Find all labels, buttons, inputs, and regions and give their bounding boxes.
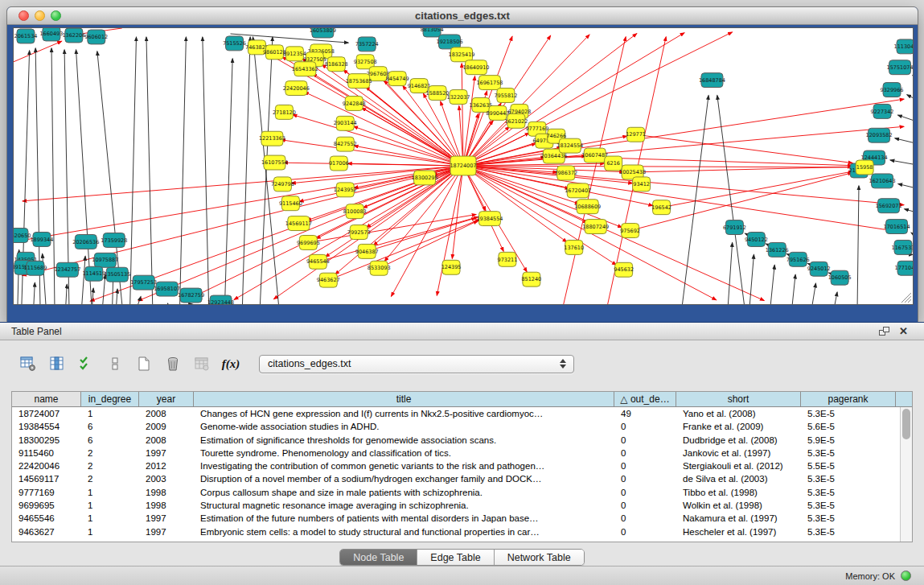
graph-node[interactable]: 18640910: [462, 60, 489, 75]
graph-node[interactable]: 16107554: [261, 155, 288, 170]
table-cell[interactable]: Estimation of significance thresholds fo…: [194, 434, 614, 447]
table-cell[interactable]: 18724007: [12, 407, 81, 420]
table-cell[interactable]: 0: [614, 512, 676, 525]
graph-node[interactable]: 13505135: [104, 267, 130, 282]
table-cell[interactable]: 9115460: [12, 447, 81, 459]
graph-node[interactable]: 7955812: [494, 89, 517, 103]
graph-node[interactable]: 137610: [564, 240, 584, 254]
graph-node[interactable]: 18325419: [449, 47, 475, 62]
graph-node[interactable]: 1115689: [24, 261, 47, 275]
table-cell[interactable]: 0: [614, 499, 676, 512]
graph-node[interactable]: 16720407: [565, 183, 591, 198]
graph-node[interactable]: 8533093: [368, 261, 391, 275]
canvas-resize-grip[interactable]: [901, 293, 911, 303]
graph-node[interactable]: 2620650: [13, 229, 31, 243]
table-cell[interactable]: Genome-wide association studies in ADHD.: [194, 420, 614, 433]
table-row[interactable]: 1456911722003Disruption of a novel membe…: [12, 472, 912, 485]
graph-node[interactable]: 12213363: [259, 131, 285, 146]
table-cell[interactable]: Tourette syndrome. Phenomenology and cla…: [194, 447, 614, 459]
table-row[interactable]: 977716911998Corpus callosum shape and si…: [12, 486, 912, 499]
table-cell[interactable]: Hescheler et al. (1997): [676, 525, 801, 538]
graph-node[interactable]: 15692071: [876, 199, 902, 213]
graph-node[interactable]: 20206536: [72, 235, 99, 249]
close-window-button[interactable]: [18, 10, 29, 21]
graph-node[interactable]: 9046387: [355, 244, 379, 258]
table-cell[interactable]: 1: [81, 499, 139, 512]
table-cell[interactable]: 1: [81, 525, 139, 538]
graph-node[interactable]: 9245012: [807, 262, 831, 276]
float-panel-icon[interactable]: [879, 327, 889, 336]
table-row[interactable]: 969969511998Structural magnetic resonanc…: [12, 499, 912, 512]
table-cell[interactable]: 1: [81, 486, 139, 499]
table-cell[interactable]: 1997: [139, 447, 194, 459]
table-cell[interactable]: 5.3E-5: [801, 407, 896, 420]
table-settings-button[interactable]: [16, 353, 40, 374]
graph-node[interactable]: 16543362: [292, 62, 318, 76]
graph-node[interactable]: 16210643: [869, 174, 896, 188]
graph-node[interactable]: 18724007: [450, 156, 476, 175]
table-row[interactable]: 911546021997Tourette syndrome. Phenomeno…: [12, 447, 912, 459]
tab-edge-table[interactable]: Edge Table: [417, 550, 494, 565]
graph-node[interactable]: 2718120: [273, 105, 296, 119]
table-row[interactable]: 1872400712008Changes of HCN gene express…: [12, 407, 912, 420]
graph-node[interactable]: 1114519: [82, 266, 105, 281]
graph-node[interactable]: 12093582: [866, 128, 893, 142]
table-cell[interactable]: Corpus callosum shape and size in male p…: [194, 486, 614, 499]
table-cell[interactable]: Disruption of a novel member of a sodium…: [194, 472, 614, 485]
table-cell[interactable]: Jankovic et al. (1997): [676, 447, 801, 459]
graph-node[interactable]: 2061534: [14, 29, 38, 43]
table-cell[interactable]: 2003: [139, 472, 194, 485]
table-cell[interactable]: 5.3E-5: [801, 525, 896, 538]
select-column-button[interactable]: [45, 353, 69, 374]
table-cell[interactable]: de Silva et al. (2003): [676, 472, 801, 485]
table-cell[interactable]: 0: [614, 472, 676, 485]
graph-node[interactable]: 17359928: [101, 233, 127, 248]
graph-node[interactable]: 15958: [856, 160, 873, 175]
table-scrollbar-thumb[interactable]: [902, 409, 910, 439]
graph-node[interactable]: 1588520: [426, 86, 450, 101]
table-cell[interactable]: 1998: [139, 486, 194, 499]
graph-node[interactable]: 8186328: [325, 57, 348, 72]
graph-node[interactable]: 19384554: [476, 212, 503, 226]
graph-node[interactable]: 8100083: [343, 204, 367, 219]
graph-node[interactable]: 10975887: [92, 253, 118, 267]
table-cell[interactable]: Structural magnetic resonance image aver…: [194, 499, 614, 512]
table-cell[interactable]: 5.9E-5: [801, 434, 896, 447]
graph-node[interactable]: 1113044: [894, 39, 914, 54]
tab-node-table[interactable]: Node Table: [340, 550, 417, 565]
table-cell[interactable]: 19384554: [12, 420, 81, 433]
graph-node[interactable]: 7951626: [786, 252, 810, 266]
column-header-pagerank[interactable]: pagerank: [801, 392, 896, 406]
graph-node[interactable]: 16961758: [476, 76, 503, 90]
graph-node[interactable]: 7986372: [554, 166, 577, 180]
table-cell[interactable]: 2009: [139, 420, 194, 433]
table-cell[interactable]: 5.3E-5: [801, 512, 896, 525]
table-cell[interactable]: 5.3E-5: [801, 486, 896, 499]
table-cell[interactable]: 1997: [139, 512, 194, 525]
table-cell[interactable]: 1997: [139, 525, 194, 538]
function-builder-button[interactable]: f(x): [219, 353, 243, 374]
import-table-button[interactable]: [190, 353, 214, 374]
graph-node[interactable]: 1060505: [828, 270, 852, 285]
table-cell[interactable]: 1998: [139, 499, 194, 512]
table-cell[interactable]: 9465546: [12, 512, 81, 525]
graph-node[interactable]: 1660493: [39, 27, 63, 41]
graph-node[interactable]: 9450122: [745, 233, 768, 247]
network-canvas-svg[interactable]: 2061534166049313622069606012751552616053…: [13, 27, 914, 305]
graph-node[interactable]: 16958107: [154, 282, 180, 296]
graph-node[interactable]: 1361226: [766, 242, 789, 257]
table-cell[interactable]: Investigating the contribution of common…: [194, 459, 614, 472]
table-row[interactable]: 1830029562008Estimation of significance …: [12, 434, 912, 447]
column-header-name[interactable]: name: [12, 392, 81, 406]
graph-node[interactable]: 851240: [521, 272, 541, 286]
table-cell[interactable]: 5.3E-5: [801, 447, 896, 459]
graph-node[interactable]: 1167533: [892, 240, 914, 254]
table-cell[interactable]: 22420046: [12, 459, 81, 472]
table-row[interactable]: 946554611997Estimation of the future num…: [12, 512, 912, 525]
graph-node[interactable]: 7515526: [223, 36, 246, 51]
graph-node[interactable]: 975692: [620, 224, 640, 238]
new-table-button[interactable]: [132, 353, 156, 374]
table-cell[interactable]: 5.6E-5: [801, 420, 896, 433]
table-cell[interactable]: 2008: [139, 434, 194, 447]
tab-network-table[interactable]: Network Table: [495, 550, 584, 565]
